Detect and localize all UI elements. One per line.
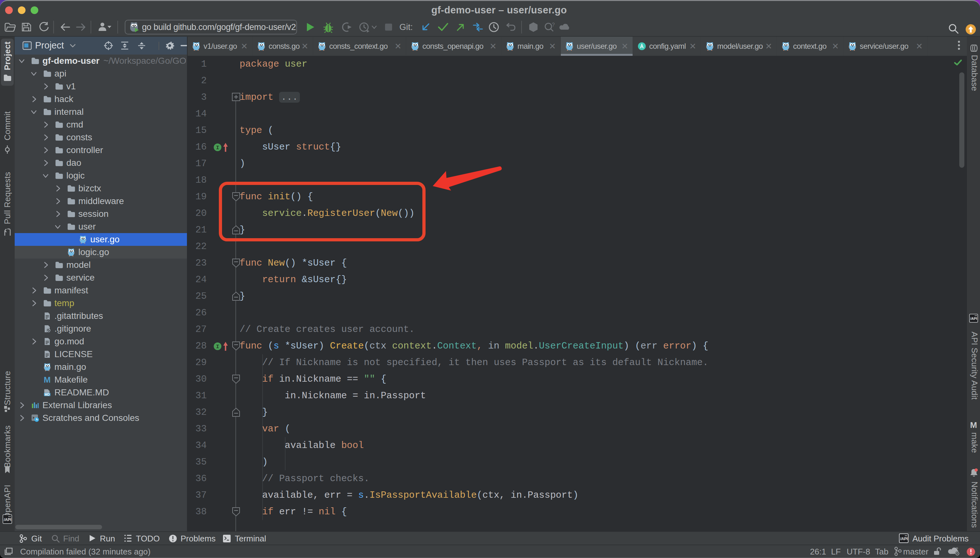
svg-text:/API: /API [900,537,908,541]
svg-text:/API: /API [4,517,11,522]
svg-text:?: ? [956,547,958,551]
svg-text:/API: /API [970,317,977,320]
svg-text:I: I [216,145,219,151]
svg-text:MD: MD [44,393,49,396]
svg-text:M: M [44,376,51,384]
svg-text:I: I [216,344,219,350]
svg-text:?: ? [552,22,555,28]
